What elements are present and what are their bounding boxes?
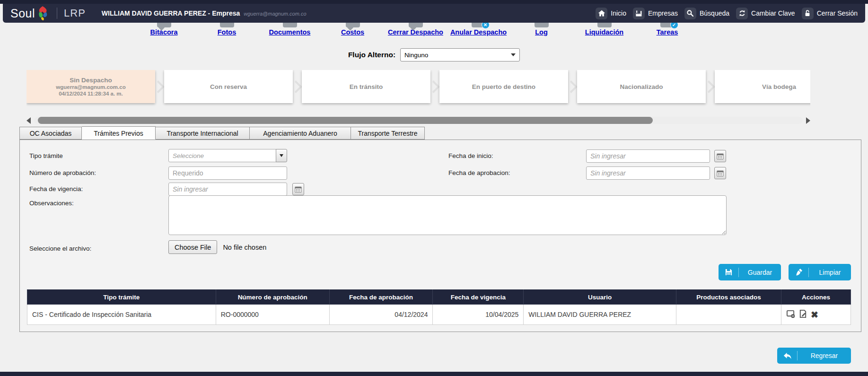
lock-icon [802, 8, 814, 19]
choose-file-button[interactable]: Choose File [168, 240, 217, 254]
fecha-vigencia-calendar-button[interactable] [292, 183, 304, 195]
cell-productos [676, 305, 781, 325]
fecha-inicio-input[interactable] [586, 149, 710, 163]
cell-numero: RO-0000000 [216, 305, 329, 325]
col-acciones: Acciones [781, 290, 850, 305]
status-card-en-transito[interactable]: En tránsito [302, 70, 430, 103]
status-card-sin-despacho[interactable]: Sin Despacho wguerra@magnum.com.co 04/12… [26, 70, 155, 103]
fecha-aprobacion-calendar-button[interactable] [714, 167, 726, 179]
tab-agenciamiento-aduanero[interactable]: Agenciamiento Aduanero [250, 127, 351, 140]
table-row: CIS - Certificado de Inspección Sanitari… [27, 305, 851, 325]
chevron-down-icon [280, 154, 283, 157]
nav-cambiar-clave[interactable]: Cambiar Clave [736, 8, 795, 19]
file-status-text: No file chosen [223, 244, 266, 251]
quicklink-label[interactable]: Liquidación [585, 28, 623, 36]
quicklink-label[interactable]: Anular Despacho [450, 28, 507, 36]
scrollbar-track[interactable] [34, 117, 803, 124]
quicklink-label[interactable]: Log [535, 28, 548, 36]
cell-usuario: WILLIAM DAVID GUERRA PEREZ [524, 305, 676, 325]
nav-empresas[interactable]: Empresas [633, 8, 678, 19]
brand-soul-text: Soul [10, 7, 35, 20]
fecha-vigencia-input[interactable] [168, 183, 287, 196]
user-email: wguerra@magnum.com.co [244, 11, 306, 17]
archivo-label: Seleccione el archivo: [29, 245, 91, 252]
scroll-left-arrow[interactable] [26, 117, 31, 124]
quicklink-label[interactable]: Tareas [657, 28, 678, 36]
col-productos-asociados: Productos asociados [676, 290, 781, 305]
chevron-down-icon [511, 53, 516, 56]
search-icon [684, 8, 696, 19]
status-card-nacionalizado[interactable]: Nacionalizado [577, 70, 706, 103]
tipo-tramite-label: Tipo trámite [29, 152, 63, 159]
nav-label: Cambiar Clave [751, 9, 795, 17]
status-cards-strip: Sin Despacho wguerra@magnum.com.co 04/12… [26, 70, 810, 107]
numero-aprobacion-input[interactable] [168, 166, 287, 180]
cell-tipo: CIS - Certificado de Inspección Sanitari… [27, 305, 216, 325]
edit-document-icon[interactable] [798, 309, 807, 320]
tab-oc-asociadas[interactable]: OC Asociadas [19, 127, 82, 140]
nav-busqueda[interactable]: Búsqueda [684, 8, 729, 19]
app-root: Soul LRP WILLIAM DAVID GUERRA PEREZ - Em… [0, 0, 868, 376]
home-icon [596, 8, 607, 19]
nav-label: Empresas [648, 9, 678, 17]
quicklink-label[interactable]: Costos [341, 28, 364, 36]
nav-inicio[interactable]: Inicio [596, 8, 626, 19]
status-card-title: Nacionalizado [620, 83, 663, 90]
cell-fecha-vigencia: 10/04/2025 [433, 305, 524, 325]
scrollbar-thumb[interactable] [38, 117, 653, 124]
factory-icon [633, 8, 645, 19]
productos-asociados-icon[interactable] [786, 309, 795, 320]
tab-panel-tramites-previos: Tipo trámite Seleccione Número de aproba… [19, 140, 861, 332]
regresar-button[interactable]: Regresar [777, 348, 851, 364]
tipo-tramite-dropdown-button[interactable] [276, 149, 287, 162]
status-card-title: En tránsito [350, 83, 383, 90]
status-card-via-bodega[interactable]: Vía bodega [715, 70, 810, 103]
window-bottom-edge [0, 372, 868, 376]
user-block: WILLIAM DAVID GUERRA PEREZ - Empresa wgu… [102, 9, 307, 17]
fecha-inicio-calendar-button[interactable] [714, 150, 726, 162]
quicklink-label[interactable]: Documentos [269, 28, 311, 36]
flujo-alterno-row: Flujo Alterno: Ninguno [0, 48, 868, 61]
tab-tramites-previos[interactable]: Trámites Previos [82, 126, 156, 140]
cards-scrollbar [26, 116, 810, 124]
nav-label: Cerrar Sesión [817, 9, 858, 17]
guardar-button[interactable]: Guardar [719, 264, 781, 280]
table-header-row: Tipo trámite Número de aprobación Fecha … [27, 290, 851, 305]
quicklink-label[interactable]: Cerrar Despacho [388, 28, 443, 36]
status-card-con-reserva[interactable]: Con reserva [164, 70, 293, 103]
file-input-row: Choose File No file chosen [168, 240, 266, 254]
tab-transporte-terrestre[interactable]: Transporte Terrestre [351, 127, 425, 140]
observaciones-label: Observaciones: [29, 200, 74, 207]
nav-label: Búsqueda [700, 9, 729, 17]
tipo-tramite-value: Seleccione [173, 152, 204, 159]
user-title: WILLIAM DAVID GUERRA PEREZ - Empresa [102, 9, 240, 17]
quicklink-label[interactable]: Fotos [218, 28, 236, 36]
status-card-title: Con reserva [210, 83, 247, 90]
status-card-title: Vía bodega [762, 83, 796, 90]
brand-divider [57, 8, 57, 19]
product-name: LRP [64, 7, 86, 19]
col-fecha-vigencia: Fecha de vigencia [433, 290, 524, 305]
top-nav: Inicio Empresas Búsqueda [596, 8, 858, 19]
window-top-edge [0, 0, 868, 4]
regresar-label: Regresar [798, 352, 851, 359]
tab-transporte-internacional[interactable]: Transporte Internacional [156, 127, 250, 140]
numero-aprobacion-label: Número de aprobación: [29, 169, 96, 176]
observaciones-textarea[interactable] [168, 195, 727, 235]
fecha-aprobacion-input[interactable] [586, 166, 710, 180]
status-card-en-puerto[interactable]: En puerto de destino [439, 70, 568, 103]
save-icon [719, 268, 739, 277]
scroll-right-arrow[interactable] [806, 117, 810, 124]
quicklink-label[interactable]: Bitácora [150, 28, 177, 36]
nav-cerrar-sesion[interactable]: Cerrar Sesión [802, 8, 858, 19]
cell-fecha-aprobacion: 04/12/2024 [329, 305, 433, 325]
refresh-icon [736, 8, 748, 19]
brand[interactable]: Soul [10, 6, 49, 20]
limpiar-button[interactable]: Limpiar [789, 264, 851, 280]
back-arrow-icon [777, 351, 798, 360]
tipo-tramite-combobox[interactable]: Seleccione [168, 149, 276, 162]
flujo-alterno-select[interactable]: Ninguno [400, 48, 520, 61]
col-fecha-aprobacion: Fecha de aprobación [329, 290, 433, 305]
delete-x-icon[interactable]: ✖ [811, 310, 818, 319]
flujo-alterno-label: Flujo Alterno: [348, 51, 395, 59]
